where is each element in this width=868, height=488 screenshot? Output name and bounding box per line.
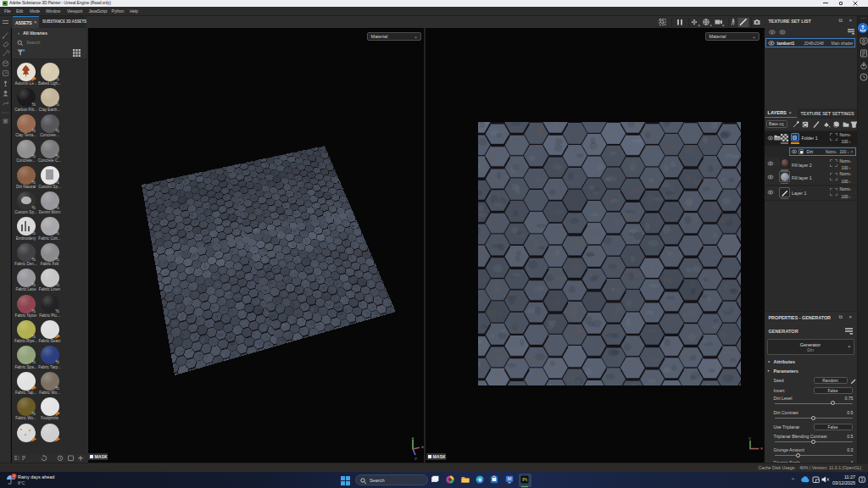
svg-text:v: v: [748, 435, 751, 441]
svg-text:3: 3: [861, 478, 864, 482]
svg-text:z: z: [415, 456, 417, 461]
svg-text:M: M: [508, 476, 512, 481]
svg-text:Pt: Pt: [522, 477, 527, 482]
